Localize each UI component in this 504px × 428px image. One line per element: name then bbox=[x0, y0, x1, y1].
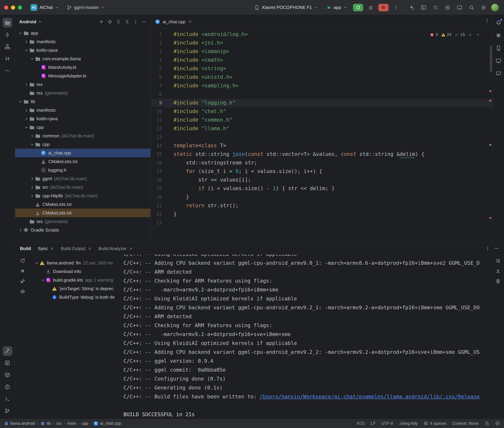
line-number[interactable]: 9 bbox=[151, 99, 167, 107]
code-line[interactable]: 20 } bbox=[151, 193, 492, 201]
chevron-down-icon[interactable] bbox=[23, 124, 29, 130]
build-panel-title[interactable]: Build bbox=[20, 246, 31, 251]
project-tree-item[interactable]: CMakeLists.txt bbox=[15, 209, 151, 217]
line-number[interactable]: 13 bbox=[151, 133, 167, 141]
panel-options-button[interactable] bbox=[132, 18, 139, 25]
build-tree-item[interactable]: llama.android: fin22 sec, 583 ms bbox=[31, 259, 123, 267]
breadcrumb-item[interactable]: llama.android bbox=[4, 421, 35, 426]
inspect-button[interactable] bbox=[20, 289, 25, 295]
project-tree-item[interactable]: cpp bbox=[15, 140, 151, 149]
chevron-right-icon[interactable] bbox=[29, 193, 35, 198]
rerun-sync-button[interactable] bbox=[20, 258, 25, 264]
code-line[interactable]: 11#include "common.h" bbox=[151, 116, 492, 124]
device-mirroring-button[interactable] bbox=[455, 3, 464, 11]
error-stripe-mark[interactable] bbox=[489, 217, 491, 218]
chevron-down-icon[interactable] bbox=[23, 48, 29, 53]
code-line[interactable]: 19 if (i < values.size() - 1) { str << d… bbox=[151, 184, 492, 193]
status-item-9-21[interactable]: 9:21 bbox=[357, 421, 365, 426]
line-number[interactable]: 23 bbox=[151, 219, 167, 227]
running-devices-button[interactable] bbox=[494, 56, 503, 66]
project-tree-item[interactable]: CMakeLists.txt bbox=[15, 200, 151, 209]
zoom-button[interactable] bbox=[18, 5, 22, 9]
close-tab-icon[interactable] bbox=[188, 19, 192, 24]
editor-scrollbar[interactable] bbox=[490, 46, 492, 72]
build-tab-sync[interactable]: Sync bbox=[38, 246, 54, 251]
error-stripe-mark[interactable] bbox=[489, 100, 491, 101]
project-selector[interactable]: AC AiChat bbox=[28, 3, 61, 12]
hide-panel-button[interactable] bbox=[140, 18, 148, 25]
debug-button[interactable] bbox=[366, 3, 375, 11]
line-number[interactable]: 12 bbox=[151, 124, 167, 133]
project-tree-item[interactable]: KMainActivity.kt bbox=[15, 63, 151, 72]
project-tree-item[interactable]: CMakeLists.txt bbox=[15, 157, 151, 166]
code-line[interactable]: 8 bbox=[151, 90, 492, 99]
locate-file-button[interactable] bbox=[106, 18, 113, 25]
code-line[interactable]: 22} bbox=[151, 210, 492, 219]
profiler-button[interactable] bbox=[443, 3, 452, 11]
code-line[interactable]: 3#include <iomanip> bbox=[151, 47, 492, 56]
chevron-right-icon[interactable] bbox=[23, 82, 29, 87]
build-output-path-link[interactable]: /Users/hanyin/Workspace/ai-chat/examples… bbox=[260, 394, 480, 400]
breadcrumb-item[interactable]: lib bbox=[41, 421, 51, 426]
commit-button[interactable] bbox=[3, 30, 12, 39]
chevron-right-icon[interactable] bbox=[23, 39, 29, 44]
line-number[interactable]: 4 bbox=[151, 56, 167, 64]
chevron-right-icon[interactable] bbox=[23, 107, 29, 113]
line-number[interactable]: 19 bbox=[151, 184, 167, 193]
code-line[interactable]: 7#include <sampling.h> bbox=[151, 82, 492, 90]
code-line[interactable]: 12#include "llama.h" bbox=[151, 124, 492, 133]
code-line[interactable]: 6#include <unistd.h> bbox=[151, 73, 492, 82]
code-line[interactable]: 9#include "logging.h" bbox=[151, 99, 492, 107]
status-item[interactable] bbox=[485, 421, 489, 426]
code-line[interactable]: 5#include <string> bbox=[151, 64, 492, 73]
project-tree-item[interactable]: src[AiChat.lib.main] bbox=[15, 183, 151, 191]
device-selector[interactable]: Xiaomi POCOPHONE F1 bbox=[252, 3, 321, 11]
build-tree-item[interactable]: 'jvmTarget: String' is deprec bbox=[31, 284, 123, 293]
build-options-icon[interactable] bbox=[485, 246, 490, 251]
stop-button[interactable] bbox=[378, 4, 388, 11]
chevron-down-icon[interactable] bbox=[29, 56, 35, 61]
line-number[interactable]: 6 bbox=[151, 73, 167, 82]
dependencies-button[interactable] bbox=[3, 370, 12, 380]
code-line[interactable]: 10#include "chat.h" bbox=[151, 107, 492, 116]
project-tree-item[interactable]: kotlin+java bbox=[15, 115, 151, 123]
line-number[interactable]: 7 bbox=[151, 82, 167, 90]
chevron-right-icon[interactable] bbox=[29, 176, 35, 181]
code-line[interactable]: 21 return str.str(); bbox=[151, 201, 492, 210]
status-item[interactable] bbox=[495, 421, 500, 426]
settings-button[interactable] bbox=[479, 3, 488, 11]
device-manager-button[interactable] bbox=[494, 43, 503, 53]
project-tree-item[interactable]: Hlogging.h bbox=[15, 166, 151, 174]
code-line[interactable]: 18 str << values[i]; bbox=[151, 176, 492, 184]
todo-button[interactable] bbox=[431, 3, 440, 11]
more-tools-button[interactable] bbox=[3, 66, 12, 75]
line-number[interactable]: 1 bbox=[151, 30, 167, 39]
build-tab-build-output[interactable]: Build Output bbox=[61, 246, 92, 251]
project-tree-item[interactable]: lib bbox=[15, 97, 151, 106]
pin-tab-button[interactable] bbox=[20, 279, 25, 285]
chevron-right-icon[interactable] bbox=[29, 133, 35, 139]
build-tree-item[interactable]: Kbuild.gradle.ktsapp 1 warning bbox=[31, 276, 123, 284]
status-item-lf[interactable]: LF bbox=[371, 421, 376, 426]
build-button[interactable] bbox=[3, 346, 12, 356]
editor-tab[interactable]: C ai_chat.cpp bbox=[151, 15, 196, 28]
build-tab-build-analyzer[interactable]: Build Analyzer bbox=[98, 246, 133, 251]
gradle-button[interactable]: G bbox=[494, 31, 503, 40]
code-line[interactable]: 16 std::ostringstream str; bbox=[151, 159, 492, 167]
project-tree-item[interactable]: GGradle Scripts bbox=[15, 226, 151, 234]
close-button[interactable] bbox=[4, 5, 8, 9]
problems-button[interactable] bbox=[3, 382, 12, 392]
minimize-button[interactable] bbox=[11, 5, 15, 9]
project-tree-item[interactable]: app bbox=[15, 29, 151, 37]
chevron-down-icon[interactable] bbox=[29, 142, 35, 147]
expand-all-button[interactable] bbox=[115, 18, 122, 25]
project-tree-item[interactable]: kotlin+java bbox=[15, 46, 151, 54]
structure-button[interactable] bbox=[3, 42, 12, 51]
gemini-button[interactable] bbox=[407, 3, 416, 11]
status-item-utf-8[interactable]: UTF-8 bbox=[381, 421, 393, 426]
line-number[interactable]: 8 bbox=[151, 90, 167, 99]
logcat-button[interactable] bbox=[3, 358, 12, 368]
error-stripe-mark[interactable] bbox=[489, 91, 491, 92]
chevron-right-icon[interactable] bbox=[29, 184, 35, 190]
search-everywhere-button[interactable] bbox=[467, 3, 476, 11]
